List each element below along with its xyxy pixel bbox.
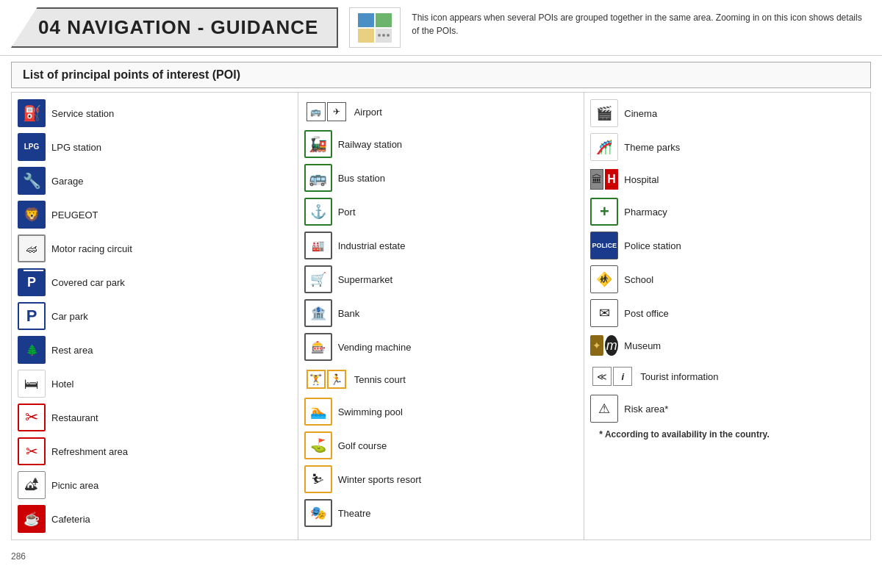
list-item: POLICE Police station <box>584 229 870 262</box>
poi-cell-dots <box>376 29 392 43</box>
airport-icon: 🚌 ✈ <box>304 102 348 121</box>
picnic-area-label: Picnic area <box>51 480 98 491</box>
list-item: 🚌 Bus station <box>298 161 584 195</box>
car-park-label: Car park <box>51 311 88 322</box>
vending-machine-icon: 🎰 <box>304 333 332 361</box>
list-item: 🏛 H Hospital <box>584 164 870 195</box>
refreshment-area-label: Refreshment area <box>51 446 128 457</box>
winter-sports-label: Winter sports resort <box>338 474 421 485</box>
theatre-label: Theatre <box>338 508 371 519</box>
list-item: 🚌 ✈ Airport <box>298 96 584 127</box>
swimming-pool-label: Swimming pool <box>338 406 403 417</box>
list-item: P Covered car park <box>12 265 298 299</box>
poi-column-right: 🎬 Cinema 🎢 Theme parks 🏛 H Hospital + Ph… <box>584 93 870 539</box>
tennis-court-label: Tennis court <box>354 374 406 385</box>
list-item: ⚓ Port <box>298 195 584 229</box>
poi-cell-blue <box>358 13 374 27</box>
list-item: 🌲 Rest area <box>12 333 298 367</box>
bank-label: Bank <box>338 308 360 319</box>
school-icon: 🚸 <box>590 265 618 293</box>
list-item: 🏭 Industrial estate <box>298 229 584 262</box>
golf-course-label: Golf course <box>338 440 387 451</box>
pharmacy-icon: + <box>590 198 618 226</box>
garage-label: Garage <box>51 176 83 187</box>
peugeot-icon: 🦁 <box>18 201 46 229</box>
list-item: 🎭 Theatre <box>298 496 584 530</box>
picnic-area-icon: 🏕 <box>18 471 46 499</box>
museum-icon: ✦ m <box>590 335 618 356</box>
garage-icon: 🔧 <box>18 167 46 195</box>
poi-column-left: ⛽ Service station LPG LPG station 🔧 Gara… <box>12 93 298 539</box>
bank-icon: 🏦 <box>304 299 332 327</box>
service-station-icon: ⛽ <box>18 99 46 127</box>
list-item: 🦁 PEUGEOT <box>12 198 298 232</box>
list-item: + Pharmacy <box>584 195 870 229</box>
poi-content: ⛽ Service station LPG LPG station 🔧 Gara… <box>11 92 871 540</box>
list-item: ≪ i Tourist information <box>584 361 870 392</box>
refreshment-area-icon: ✂ <box>18 437 46 465</box>
cafeteria-label: Cafeteria <box>51 514 90 525</box>
tennis-court-icon: 🏋 🏃 <box>304 370 348 389</box>
covered-car-park-label: Covered car park <box>51 277 125 288</box>
pharmacy-label: Pharmacy <box>624 207 667 218</box>
post-office-label: Post office <box>624 308 668 319</box>
page-header: 04 NAVIGATION - GUIDANCE This icon appea… <box>0 0 882 56</box>
poi-cell-green <box>376 13 392 27</box>
cinema-icon: 🎬 <box>590 99 618 127</box>
supermarket-icon: 🛒 <box>304 265 332 293</box>
service-station-label: Service station <box>51 108 114 119</box>
poi-group-icon <box>349 7 401 48</box>
peugeot-label: PEUGEOT <box>51 209 98 220</box>
bus-station-label: Bus station <box>338 173 385 184</box>
list-item: 🚂 Railway station <box>298 127 584 161</box>
risk-area-label: Risk area* <box>624 404 668 415</box>
footnote: * According to availability in the count… <box>584 426 870 443</box>
hospital-icon: 🏛 H <box>590 169 618 190</box>
page-number: 286 <box>0 548 882 562</box>
theme-parks-label: Theme parks <box>624 142 680 153</box>
list-item: 🏊 Swimming pool <box>298 395 584 429</box>
police-station-icon: POLICE <box>590 232 618 259</box>
theatre-icon: 🎭 <box>304 499 332 527</box>
chapter-title: 04 NAVIGATION - GUIDANCE <box>38 16 318 39</box>
list-item: 🎢 Theme parks <box>584 130 870 164</box>
list-item: ✂ Refreshment area <box>12 434 298 468</box>
list-item: ✂ Restaurant <box>12 401 298 434</box>
school-label: School <box>624 274 653 285</box>
list-item: 🔧 Garage <box>12 164 298 198</box>
list-item: LPG LPG station <box>12 130 298 164</box>
list-item: 🏦 Bank <box>298 296 584 330</box>
bus-station-icon: 🚌 <box>304 164 332 192</box>
theme-parks-icon: 🎢 <box>590 133 618 161</box>
railway-station-icon: 🚂 <box>304 130 332 158</box>
section-header-box: List of principal points of interest (PO… <box>11 62 871 88</box>
lpg-station-label: LPG station <box>51 142 101 153</box>
swimming-pool-icon: 🏊 <box>304 398 332 426</box>
list-item: 🏋 🏃 Tennis court <box>298 364 584 395</box>
list-item: 🚸 School <box>584 262 870 296</box>
header-description: This icon appears when several POIs are … <box>412 7 871 48</box>
golf-course-icon: ⛳ <box>304 431 332 459</box>
post-office-icon: ✉ <box>590 299 618 327</box>
industrial-estate-icon: 🏭 <box>304 232 332 259</box>
supermarket-label: Supermarket <box>338 274 392 285</box>
list-item: 🛏 Hotel <box>12 367 298 401</box>
list-item: ⛷ Winter sports resort <box>298 462 584 496</box>
hospital-label: Hospital <box>624 174 659 185</box>
list-item: 🏎 Motor racing circuit <box>12 232 298 265</box>
port-icon: ⚓ <box>304 198 332 226</box>
industrial-estate-label: Industrial estate <box>338 240 406 251</box>
hotel-icon: 🛏 <box>18 370 46 398</box>
vending-machine-label: Vending machine <box>338 342 412 353</box>
tourist-information-icon: ≪ i <box>590 367 634 386</box>
port-label: Port <box>338 207 356 218</box>
lpg-station-icon: LPG <box>18 133 46 161</box>
list-item: 🏕 Picnic area <box>12 468 298 502</box>
section-header-wrapper: List of principal points of interest (PO… <box>0 56 882 92</box>
motor-racing-icon: 🏎 <box>18 234 46 262</box>
chapter-title-box: 04 NAVIGATION - GUIDANCE <box>11 7 338 48</box>
airport-label: Airport <box>354 107 382 118</box>
cafeteria-icon: ☕ <box>18 505 46 533</box>
museum-label: Museum <box>624 340 661 351</box>
list-item: ☕ Cafeteria <box>12 502 298 536</box>
